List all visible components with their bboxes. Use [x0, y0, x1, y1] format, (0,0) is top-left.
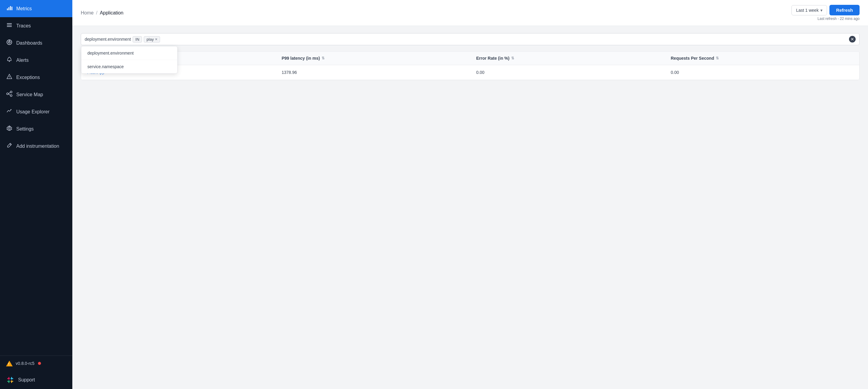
chip-close-icon[interactable]: ×	[155, 37, 157, 41]
alerts-icon	[6, 56, 13, 64]
sidebar: Metrics Traces Dashboards	[0, 0, 72, 389]
last-refresh-text: Last refresh - 22 mins ago	[818, 17, 860, 21]
svg-rect-0	[7, 8, 8, 10]
table-row: FlaskApp 1378.96 0.00 0.00	[81, 65, 859, 80]
svg-line-21	[10, 144, 11, 145]
sidebar-item-metrics[interactable]: Metrics	[0, 0, 72, 17]
sort-icon-rps: ⇅	[716, 56, 719, 60]
filter-key: deployment.environment	[85, 37, 131, 41]
support-label: Support	[18, 377, 35, 383]
table-header: Application P99 latency (in ms) ⇅ Error …	[81, 52, 859, 65]
header: Home / Application Last 1 week ▾ Refresh…	[72, 0, 868, 26]
svg-line-18	[8, 92, 10, 94]
svg-point-20	[8, 127, 10, 129]
version-label: v0.8.0-rc5	[16, 361, 34, 366]
svg-rect-29	[10, 381, 13, 382]
sidebar-item-settings-label: Settings	[16, 126, 34, 132]
chevron-down-icon: ▾	[820, 8, 823, 13]
time-selector[interactable]: Last 1 week ▾	[792, 5, 827, 16]
sort-icon-error-rate: ⇅	[511, 56, 514, 60]
settings-icon	[6, 125, 13, 133]
sidebar-item-exceptions[interactable]: Exceptions	[0, 69, 72, 86]
usage-explorer-icon	[6, 108, 13, 116]
sidebar-item-usage-explorer-label: Usage Explorer	[16, 109, 50, 115]
dashboards-icon	[6, 39, 13, 47]
time-selector-label: Last 1 week	[796, 8, 818, 13]
refresh-button[interactable]: Refresh	[830, 5, 860, 16]
slack-icon	[6, 376, 14, 384]
sidebar-item-service-map[interactable]: Service Map	[0, 86, 72, 103]
sidebar-item-usage-explorer[interactable]: Usage Explorer	[0, 103, 72, 120]
content-area: deployment.environment IN play × ✕ deplo…	[72, 26, 868, 389]
filter-value-chip[interactable]: play ×	[144, 36, 160, 42]
svg-line-19	[8, 94, 10, 95]
sidebar-item-alerts-label: Alerts	[16, 58, 29, 63]
sidebar-bottom: v0.8.0-rc5 Support	[0, 356, 72, 389]
svg-rect-2	[10, 6, 11, 10]
traces-icon	[6, 22, 13, 30]
svg-point-15	[7, 93, 8, 95]
sidebar-item-alerts[interactable]: Alerts	[0, 52, 72, 69]
col-p99-latency[interactable]: P99 latency (in ms) ⇅	[276, 52, 470, 65]
col-error-rate[interactable]: Error Rate (in %) ⇅	[470, 52, 665, 65]
update-indicator	[38, 362, 41, 365]
sidebar-item-add-instrumentation-label: Add instrumentation	[16, 144, 59, 149]
sidebar-item-traces[interactable]: Traces	[0, 17, 72, 34]
dropdown-item-service-namespace[interactable]: service.namespace	[82, 60, 177, 73]
svg-rect-27	[7, 381, 10, 382]
applications-table: Application P99 latency (in ms) ⇅ Error …	[81, 51, 860, 80]
sidebar-item-add-instrumentation[interactable]: Add instrumentation	[0, 138, 72, 155]
sidebar-item-dashboards-label: Dashboards	[16, 40, 42, 46]
filter-tag: deployment.environment IN play ×	[85, 36, 160, 42]
sidebar-item-dashboards[interactable]: Dashboards	[0, 34, 72, 52]
main-content: Home / Application Last 1 week ▾ Refresh…	[72, 0, 868, 389]
sidebar-item-support[interactable]: Support	[0, 371, 72, 389]
service-map-icon	[6, 91, 13, 98]
warning-icon	[6, 360, 13, 367]
breadcrumb-separator: /	[96, 10, 97, 16]
sidebar-item-traces-label: Traces	[16, 23, 31, 29]
sidebar-item-settings[interactable]: Settings	[0, 120, 72, 138]
version-item: v0.8.0-rc5	[0, 356, 72, 371]
col-requests-per-second[interactable]: Requests Per Second ⇅	[665, 52, 860, 65]
exceptions-icon	[6, 73, 13, 81]
filter-dropdown: deployment.environment service.namespace	[81, 46, 178, 73]
cell-requests-per-second: 0.00	[665, 65, 860, 80]
svg-point-16	[10, 91, 12, 93]
cell-p99-latency: 1378.96	[276, 65, 470, 80]
svg-rect-23	[7, 378, 10, 379]
svg-rect-25	[10, 378, 13, 379]
header-right: Last 1 week ▾ Refresh Last refresh - 22 …	[792, 5, 860, 21]
sidebar-item-exceptions-label: Exceptions	[16, 75, 40, 80]
filter-operator: IN	[133, 36, 142, 42]
breadcrumb-home[interactable]: Home	[81, 10, 94, 16]
sidebar-item-service-map-label: Service Map	[16, 92, 43, 97]
dropdown-item-deployment-environment[interactable]: deployment.environment	[82, 47, 177, 60]
svg-point-14	[9, 78, 10, 79]
svg-point-8	[8, 41, 10, 43]
filter-bar: deployment.environment IN play × ✕ deplo…	[81, 33, 860, 45]
breadcrumb: Home / Application	[81, 10, 123, 16]
sidebar-item-metrics-label: Metrics	[16, 6, 32, 11]
add-instrumentation-icon	[6, 142, 13, 150]
svg-rect-1	[8, 7, 9, 10]
filter-value: play	[147, 37, 154, 41]
filter-clear-button[interactable]: ✕	[849, 36, 856, 42]
breadcrumb-current: Application	[100, 10, 123, 16]
svg-rect-3	[11, 7, 12, 10]
metrics-icon	[6, 5, 13, 12]
header-controls: Last 1 week ▾ Refresh	[792, 5, 860, 16]
svg-point-17	[10, 95, 12, 96]
sort-icon-p99: ⇅	[321, 56, 324, 60]
cell-error-rate: 0.00	[470, 65, 665, 80]
